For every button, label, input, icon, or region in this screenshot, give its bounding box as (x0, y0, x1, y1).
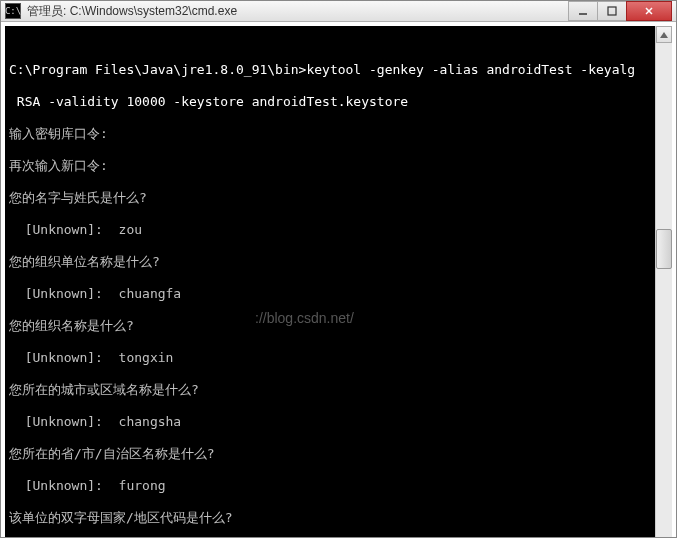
console-line: 您所在的城市或区域名称是什么? (9, 382, 651, 398)
cmd-icon: C:\ (5, 3, 21, 19)
console-line: RSA -validity 10000 -keystore androidTes… (9, 94, 651, 110)
cmd-window: C:\ 管理员: C:\Windows\system32\cmd.exe C:\… (1, 1, 676, 537)
console-line: 再次输入新口令: (9, 158, 651, 174)
minimize-button[interactable] (568, 1, 598, 21)
console-line: 您所在的省/市/自治区名称是什么? (9, 446, 651, 462)
console-line: C:\Program Files\Java\jre1.8.0_91\bin>ke… (9, 62, 651, 78)
console-line: [Unknown]: furong (9, 478, 651, 494)
svg-marker-4 (660, 32, 668, 38)
scroll-thumb[interactable] (656, 229, 672, 269)
window-controls (569, 1, 672, 21)
svg-rect-1 (608, 7, 616, 15)
console-line: 输入密钥库口令: (9, 126, 651, 142)
console-line: 该单位的双字母国家/地区代码是什么? (9, 510, 651, 526)
vertical-scrollbar[interactable] (655, 26, 672, 538)
console-line: 您的名字与姓氏是什么? (9, 190, 651, 206)
console-line: [Unknown]: changsha (9, 414, 651, 430)
console-line: [Unknown]: tongxin (9, 350, 651, 366)
window-title: 管理员: C:\Windows\system32\cmd.exe (27, 3, 569, 20)
scroll-up-button[interactable] (656, 26, 672, 43)
console-line: [Unknown]: zou (9, 222, 651, 238)
console-line: [Unknown]: chuangfa (9, 286, 651, 302)
maximize-button[interactable] (597, 1, 627, 21)
console-output[interactable]: C:\Program Files\Java\jre1.8.0_91\bin>ke… (5, 26, 655, 538)
console-line: 您的组织单位名称是什么? (9, 254, 651, 270)
close-button[interactable] (626, 1, 672, 21)
titlebar[interactable]: C:\ 管理员: C:\Windows\system32\cmd.exe (1, 1, 676, 22)
console-line: 您的组织名称是什么? (9, 318, 651, 334)
scroll-track[interactable] (656, 43, 672, 538)
console-wrapper: C:\Program Files\Java\jre1.8.0_91\bin>ke… (1, 22, 676, 538)
